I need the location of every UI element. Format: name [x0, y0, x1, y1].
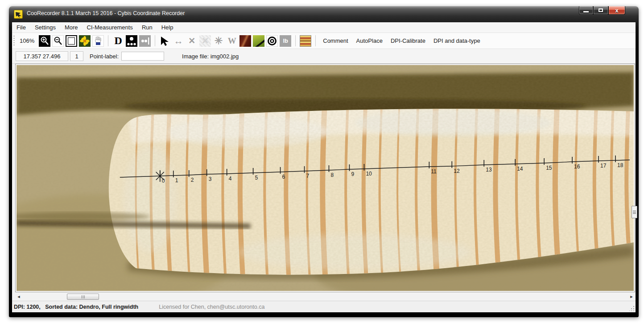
point-label-caption: Point-label: — [90, 53, 119, 60]
measure-point-label: 16 — [574, 164, 580, 170]
measure-point-label: 8 — [330, 172, 334, 178]
maximize-button[interactable] — [593, 6, 608, 15]
measure-point-label: 10 — [366, 171, 372, 177]
autoplace-button[interactable]: AutoPlace — [356, 37, 383, 44]
point-label-input[interactable] — [121, 52, 164, 61]
pointer-arrow-icon — [159, 35, 171, 47]
toolbar-separator — [155, 35, 155, 46]
lb-button[interactable]: lb — [280, 35, 291, 47]
point-distance-button[interactable] — [139, 35, 151, 47]
horizontal-move-button[interactable]: ↔ — [173, 35, 184, 47]
measure-point-label: 6 — [282, 174, 285, 180]
menu-more[interactable]: More — [60, 23, 83, 32]
app-logo-icon — [14, 10, 23, 19]
status-bar: DPI: 1200, Sorted data: Dendro, Full rin… — [12, 301, 636, 312]
zoom-level-label: 106% — [20, 37, 34, 44]
measure-point-label: 17 — [600, 163, 607, 169]
points-icon — [126, 36, 137, 46]
image-canvas[interactable]: 0123456789101112131415161718 — [15, 64, 635, 292]
measure-point-label: 12 — [454, 168, 460, 174]
title-bar[interactable]: CooRecorder 8.1.1 March 15 2016 - Cybis … — [9, 6, 639, 22]
toolbar-separator — [108, 35, 108, 46]
app-logo-glyph — [15, 11, 23, 19]
vertical-splitter-grip[interactable] — [632, 206, 637, 218]
resize-grip[interactable] — [629, 306, 635, 311]
measure-point-label: 4 — [229, 176, 232, 182]
zoom-in-icon — [40, 36, 50, 46]
dpi-calibrate-button[interactable]: DPI-Calibrate — [391, 37, 425, 44]
measure-point-label: 9 — [351, 171, 354, 177]
w-point-button[interactable]: W — [226, 35, 238, 47]
toolbar: 106% — [12, 33, 636, 49]
green-measure-button[interactable] — [253, 35, 264, 47]
delete-point-button[interactable]: ✕ — [186, 35, 198, 47]
menu-run[interactable]: Run — [137, 23, 157, 32]
menu-file[interactable]: File — [12, 23, 30, 32]
license-label: Licensed for Chen, chen@utsc.utoronto.ca — [159, 304, 264, 310]
delete-all-button-disabled: ✕ — [199, 35, 211, 47]
bullseye-icon — [267, 36, 277, 46]
minimize-icon — [583, 11, 589, 12]
cursor-coordinates: 17.357 27.496 — [16, 51, 68, 61]
menu-ci-measurements[interactable]: CI-Measurements — [83, 23, 137, 32]
coordinate-bar: 17.357 27.496 1 Point-label: Image file:… — [12, 49, 636, 64]
zoom-out-button[interactable] — [52, 35, 64, 47]
dendro-mode-button[interactable]: D — [112, 35, 124, 47]
menu-bar: File Settings More CI-Measurements Run H… — [12, 22, 636, 33]
scrollbar-track[interactable] — [22, 293, 628, 300]
measure-point-label: 14 — [517, 166, 523, 172]
toolbar-separator — [295, 35, 296, 46]
measure-point-label: 7 — [306, 173, 310, 179]
image-file-label: Image file: img002.jpg — [182, 53, 239, 60]
zoom-out-icon — [53, 36, 63, 46]
flower-icon — [79, 36, 90, 46]
toolbar-separator — [315, 35, 316, 46]
scrollbar-thumb[interactable] — [67, 294, 99, 300]
minimize-button[interactable] — [579, 6, 593, 15]
measure-point-label: 1 — [175, 177, 178, 184]
measure-point-label: 11 — [431, 168, 437, 175]
pan-hand-button[interactable] — [92, 35, 104, 47]
points-mode-button[interactable] — [126, 35, 137, 47]
app-window: CooRecorder 8.1.1 March 15 2016 - Cybis … — [9, 6, 639, 317]
dpi-datatype-button[interactable]: DPI and data-type — [433, 37, 480, 44]
wood-sample-button[interactable] — [300, 35, 311, 47]
menu-help[interactable]: Help — [157, 23, 178, 32]
measure-point-label: 18 — [617, 162, 623, 168]
measure-point-label: 3 — [209, 176, 212, 182]
scroll-left-arrow[interactable]: ◄ — [15, 293, 22, 300]
window-controls: x — [579, 6, 625, 15]
window-title: CooRecorder 8.1.1 March 15 2016 - Cybis … — [27, 10, 185, 16]
pan-hand-icon — [93, 36, 103, 46]
measure-point-label: 13 — [486, 167, 492, 173]
zoom-in-button[interactable] — [39, 35, 50, 47]
close-icon: x — [615, 7, 618, 14]
measure-point-label: 15 — [546, 165, 552, 171]
pointer-tool-button[interactable] — [159, 35, 171, 47]
close-button[interactable]: x — [608, 6, 625, 15]
bullseye-button[interactable] — [266, 35, 278, 47]
toolbar-grip[interactable] — [13, 36, 15, 46]
measure-point-label: 5 — [255, 175, 258, 181]
comment-button[interactable]: Comment — [323, 37, 348, 44]
measure-point-label: 2 — [191, 177, 194, 183]
wood-core-photo-button[interactable] — [239, 35, 251, 47]
horizontal-scrollbar[interactable]: ◄ ► — [15, 293, 635, 300]
menu-settings[interactable]: Settings — [30, 23, 60, 32]
point-count: 1 — [70, 51, 83, 61]
scroll-right-arrow[interactable]: ► — [628, 293, 635, 300]
point-distance-icon — [140, 36, 150, 46]
maximize-icon — [599, 8, 603, 12]
dpi-status-label: DPI: 1200, Sorted data: Dendro, Full rin… — [14, 304, 138, 310]
core-sample-photo: 0123456789101112131415161718 — [17, 65, 634, 291]
rectangle-select-button[interactable] — [66, 35, 77, 47]
star-point-button[interactable]: ✳ — [213, 35, 224, 47]
flower-image-button[interactable] — [79, 35, 91, 47]
